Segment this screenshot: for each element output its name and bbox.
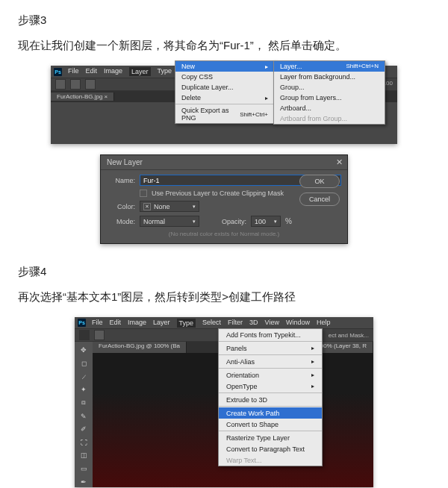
submenu-arrow-icon: ▸	[265, 95, 268, 101]
menu-file[interactable]: File	[92, 319, 103, 328]
tool-icon[interactable]	[55, 79, 66, 90]
tool-icon[interactable]	[79, 330, 90, 340]
tool-palette: ✥ ◻ ⟋ ✦ ⧈ ✎ ✐ ⛶ ◫ ▭ ✒	[75, 342, 93, 487]
menu-filter[interactable]: Filter	[228, 319, 243, 328]
menu-separator	[219, 431, 322, 431]
menu-item-label: Artboard...	[280, 104, 311, 112]
chevron-down-icon: ▾	[193, 204, 196, 210]
marquee-tool-icon[interactable]: ◻	[78, 358, 90, 369]
menu-item-convert-paragraph[interactable]: Convert to Paragraph Text	[219, 443, 322, 454]
menu-item-label: Panels	[226, 345, 247, 352]
dialog-title: New Layer	[107, 158, 143, 166]
tool-icon[interactable]	[70, 79, 81, 90]
tool-icon[interactable]	[85, 79, 96, 90]
submenu-arrow-icon: ▸	[311, 372, 314, 378]
menu-item-opentype[interactable]: OpenType▸	[219, 381, 322, 392]
type-menu-dropdown: Add Fonts from Typekit... Panels▸ Anti-A…	[218, 328, 323, 466]
menu-item-label: Copy CSS	[181, 73, 213, 81]
menu-view[interactable]: View	[265, 319, 279, 328]
menu-item-add-fonts[interactable]: Add Fonts from Typekit...	[219, 329, 322, 340]
dialog-note: (No neutral color exists for Normal mode…	[107, 231, 341, 237]
menu-item-label: Anti-Alias	[226, 358, 255, 366]
menu-item-label: Convert to Shape	[226, 421, 279, 428]
menu-window[interactable]: Window	[286, 319, 310, 328]
doc-tab-left[interactable]: FurAction-BG.jpg @ 100% (Ba	[93, 342, 187, 353]
menu-item-rasterize[interactable]: Rasterize Type Layer	[219, 432, 322, 443]
menu-separator	[219, 392, 322, 393]
menu-item-group[interactable]: Group...	[274, 82, 385, 93]
menu-item-copycss[interactable]: Copy CSS	[175, 72, 274, 82]
opacity-input[interactable]: 100 ▾	[251, 216, 281, 227]
step4-title: 步骤4	[18, 265, 430, 279]
menu-type[interactable]: Type	[177, 319, 196, 328]
menu-item-label: Convert to Paragraph Text	[226, 445, 305, 453]
menu-item-label: Add Fonts from Typekit...	[226, 331, 301, 339]
new-layer-dialog: New Layer ✕ Name: Use Previous Layer to …	[100, 154, 348, 244]
menu-item-label: Layer...	[280, 63, 302, 70]
menu-image[interactable]: Image	[104, 67, 122, 76]
doc-tab[interactable]: FurAction-BG.jpg ×	[51, 93, 114, 101]
menu-item-label: Create Work Path	[226, 410, 279, 417]
menu-item-label: Layer from Background...	[280, 73, 355, 81]
opacity-value: 100	[255, 218, 266, 225]
menu-image[interactable]: Image	[128, 319, 146, 328]
menu-item-label: Artboard from Group...	[280, 115, 347, 122]
menu-separator	[219, 354, 322, 355]
step3-screenshot-dialog: New Layer ✕ Name: Use Previous Layer to …	[18, 154, 430, 244]
cancel-button[interactable]: Cancel	[299, 193, 340, 206]
dialog-buttons: OK Cancel	[299, 175, 340, 206]
ps-logo-icon: Ps	[54, 68, 62, 76]
menu-help[interactable]: Help	[317, 319, 331, 328]
opacity-label: Opacity:	[222, 218, 246, 225]
eraser-tool-icon[interactable]: ◫	[78, 450, 90, 461]
lasso-tool-icon[interactable]: ⟋	[78, 371, 90, 382]
gradient-tool-icon[interactable]: ▭	[78, 463, 90, 475]
menu-item-layer-from-bg[interactable]: Layer from Background...	[274, 72, 385, 82]
color-select[interactable]: None ▾	[140, 201, 199, 212]
wand-tool-icon[interactable]: ✦	[78, 384, 90, 395]
menu-edit[interactable]: Edit	[110, 319, 122, 328]
menu-shortcut: Shift+Ctrl+N	[346, 63, 379, 70]
menu-item-label: Group...	[280, 84, 305, 91]
color-value: None	[154, 203, 170, 210]
ps4-menubar: Ps File Edit Image Layer Type Select Fil…	[75, 317, 373, 328]
menu-item-artboard[interactable]: Artboard...	[274, 103, 385, 113]
tool-icon[interactable]	[94, 330, 105, 340]
menu-item-antialias[interactable]: Anti-Alias▸	[219, 356, 322, 367]
menu-type[interactable]: Type	[158, 67, 172, 76]
brush-tool-icon[interactable]: ✐	[78, 424, 90, 435]
crop-tool-icon[interactable]: ⧈	[78, 398, 90, 409]
menu-item-group-from-layers[interactable]: Group from Layers...	[274, 93, 385, 103]
menu-item-layer[interactable]: Layer...Shift+Ctrl+N	[274, 61, 385, 72]
menu-item-orientation[interactable]: Orientation▸	[219, 369, 322, 381]
menu-layer[interactable]: Layer	[129, 67, 151, 76]
ps-logo-icon: Ps	[78, 319, 86, 327]
menu-separator	[219, 341, 322, 342]
menu-item-duplicate[interactable]: Duplicate Layer...	[175, 82, 274, 93]
menu-edit[interactable]: Edit	[86, 67, 98, 76]
menu-list: File Edit Image Layer Type Select Filter…	[92, 319, 331, 328]
menu-item-panels[interactable]: Panels▸	[219, 342, 322, 354]
pen-tool-icon[interactable]: ✒	[78, 476, 90, 487]
menu-item-artboard-from-group: Artboard from Group...	[274, 113, 385, 124]
menu-item-extrude[interactable]: Extrude to 3D	[219, 394, 322, 405]
menu-layer[interactable]: Layer	[153, 319, 170, 328]
menu-separator	[175, 104, 274, 104]
menu-3d[interactable]: 3D	[249, 319, 258, 328]
menu-item-new[interactable]: New▸	[175, 61, 274, 72]
menu-select[interactable]: Select	[202, 319, 221, 328]
menu-item-convert-shape[interactable]: Convert to Shape	[219, 419, 322, 430]
opacity-suffix: %	[285, 217, 292, 225]
move-tool-icon[interactable]: ✥	[78, 345, 90, 356]
menu-item-create-work-path[interactable]: Create Work Path	[219, 407, 322, 419]
mode-select[interactable]: Normal ▾	[140, 216, 199, 227]
menu-file[interactable]: File	[68, 67, 79, 76]
clipping-mask-checkbox[interactable]	[140, 190, 147, 197]
close-icon[interactable]: ✕	[336, 157, 343, 167]
eyedropper-tool-icon[interactable]: ✎	[78, 410, 90, 422]
stamp-tool-icon[interactable]: ⛶	[78, 437, 90, 448]
menu-item-delete[interactable]: Delete▸	[175, 93, 274, 103]
layer-menu-dropdown: New▸ Copy CSS Duplicate Layer... Delete▸…	[175, 60, 275, 124]
ok-button[interactable]: OK	[299, 175, 340, 188]
menu-item-quickexport[interactable]: Quick Export as PNGShift+Ctrl+	[175, 105, 274, 123]
